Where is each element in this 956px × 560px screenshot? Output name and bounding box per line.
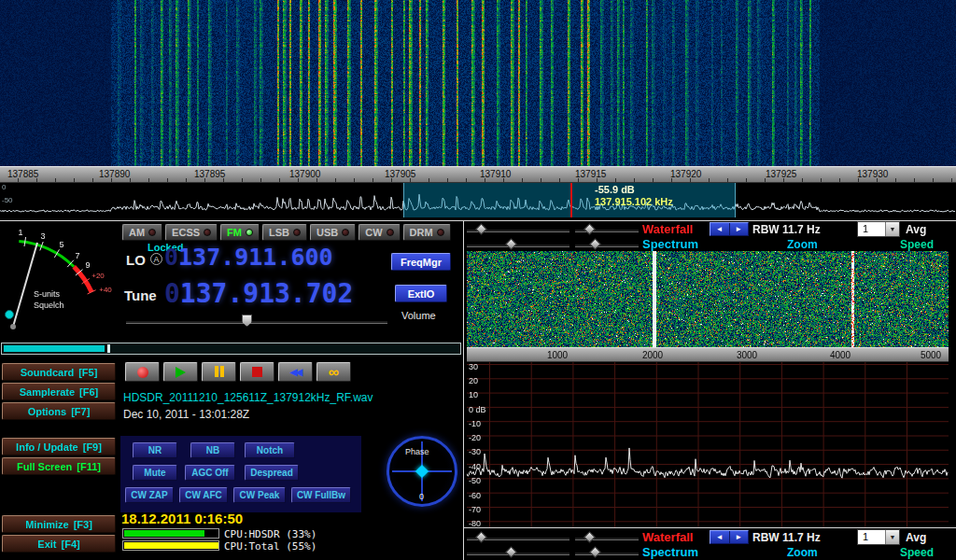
db-scale-label: 30 — [469, 362, 478, 371]
main-frequency-scale[interactable]: 137885 137890 137895 137900 137905 13791… — [0, 166, 956, 183]
avg-slider-handle[interactable] — [589, 238, 601, 250]
volume-slider-handle[interactable] — [242, 315, 252, 327]
nr-button[interactable]: NR — [133, 442, 177, 458]
af-gain-slider[interactable] — [1, 343, 461, 355]
info-update-button[interactable]: Info / Update[F9] — [2, 438, 116, 455]
speed-slider-2-handle[interactable] — [505, 546, 517, 558]
band-arrows-2[interactable]: ◄► — [710, 530, 749, 544]
cpu-hdsdr-text: CPU:HDSDR (33%) — [224, 528, 316, 540]
pause-button[interactable] — [202, 362, 236, 382]
cw-zap-button[interactable]: CW ZAP — [125, 487, 174, 503]
s-meter-scale-label: 7 — [75, 251, 79, 260]
phase-label: Phase — [405, 447, 429, 456]
speed-slider-2[interactable] — [467, 552, 569, 555]
audio-frequency-scale[interactable]: 1000 2000 3000 4000 5000 — [467, 347, 949, 362]
mode-label: USB — [316, 227, 338, 238]
chevron-down-icon[interactable]: ▼ — [885, 530, 899, 544]
avg-slider[interactable] — [575, 244, 639, 247]
tune-frequency-readout: 137.915.102 kHz — [595, 196, 673, 208]
chevron-down-icon[interactable]: ▼ — [885, 222, 899, 236]
nb-button[interactable]: NB — [190, 442, 235, 458]
zoom-select-value: 1 — [863, 531, 868, 542]
audio-freq-label: 1000 — [547, 350, 568, 360]
lo-frequency-display[interactable]: 0137.911.600 — [164, 244, 333, 271]
right-arrow-icon[interactable]: ► — [730, 223, 749, 235]
left-arrow-icon[interactable]: ◄ — [710, 223, 730, 235]
play-button[interactable] — [163, 362, 198, 382]
mode-label: AM — [129, 227, 145, 238]
db-axis-label: -50 — [2, 196, 13, 204]
speed-slider[interactable] — [467, 244, 569, 247]
brightness-slider-2-handle[interactable] — [475, 531, 487, 543]
lo-leading-zero: 0 — [164, 244, 178, 271]
tune-frequency-display[interactable]: 0137.913.702 — [164, 278, 353, 309]
audio-freq-label: 2000 — [642, 350, 663, 360]
notch-button[interactable]: Notch — [245, 442, 295, 458]
mode-label: DRM — [410, 227, 433, 238]
left-arrow-icon[interactable]: ◄ — [710, 531, 730, 543]
audio-freq-label: 5000 — [921, 350, 941, 360]
rewind-button[interactable]: ◀◀ — [278, 362, 313, 382]
waterfall-toggle-label[interactable]: Waterfall — [642, 222, 693, 236]
mode-drm-button[interactable]: DRM — [403, 224, 451, 241]
lo-a-badge-icon[interactable]: A — [150, 253, 162, 265]
cw-afc-button[interactable]: CW AFC — [179, 487, 228, 503]
signal-readout: -55.9 dB 137.915.102 kHz — [595, 184, 673, 208]
soundcard-button[interactable]: Soundcard[F5] — [2, 363, 116, 381]
exit-button[interactable]: Exit[F4] — [2, 535, 116, 553]
contrast-slider-2-handle[interactable] — [583, 531, 596, 543]
button-key: [F7] — [71, 406, 90, 417]
button-label: Exit — [37, 539, 56, 550]
stop-button[interactable] — [240, 362, 274, 382]
fullscreen-button[interactable]: Full Screen[F11] — [2, 457, 116, 475]
mode-fm-button[interactable]: FM — [220, 224, 260, 241]
audio-spectrum-display[interactable] — [467, 362, 949, 527]
record-button[interactable] — [125, 362, 160, 382]
squelch-handle[interactable] — [6, 311, 14, 319]
volume-label: Volume — [401, 310, 436, 321]
despread-button[interactable]: Despread — [245, 465, 299, 481]
af-gain-fill — [4, 345, 105, 352]
spectrum-toggle-label[interactable]: Spectrum — [642, 237, 698, 251]
samplerate-button[interactable]: Samplerate[F6] — [2, 383, 116, 400]
contrast-slider-handle[interactable] — [583, 223, 596, 235]
right-arrow-icon[interactable]: ► — [730, 531, 749, 543]
tune-marker[interactable] — [570, 183, 572, 217]
audio-waterfall-display[interactable] — [467, 251, 949, 347]
zoom-select[interactable]: 1 ▼ — [857, 221, 900, 237]
brightness-slider-handle[interactable] — [475, 223, 487, 235]
freqmgr-button[interactable]: FreqMgr — [391, 253, 451, 271]
rbw-label-2: RBW 11.7 Hz — [752, 531, 821, 544]
band-arrows[interactable]: ◄► — [710, 222, 749, 236]
main-waterfall-display[interactable] — [0, 0, 956, 166]
mode-cw-button[interactable]: CW — [358, 224, 400, 241]
panel-vertical-divider — [463, 220, 464, 560]
loop-button[interactable]: ∞ — [316, 362, 351, 382]
passband-overlay[interactable] — [403, 183, 736, 217]
cw-peak-button[interactable]: CW Peak — [233, 487, 286, 503]
zoom-select-2[interactable]: 1 ▼ — [857, 529, 900, 545]
options-button[interactable]: Options[F7] — [2, 402, 116, 420]
mute-button[interactable]: Mute — [133, 465, 177, 481]
main-spectrum-strip[interactable]: 0 -50 -55.9 dB 137.915.102 kHz — [0, 183, 956, 217]
avg-slider-2-handle[interactable] — [589, 546, 601, 558]
avg-slider-2[interactable] — [575, 552, 639, 555]
s-meter-scale-label: 9 — [85, 260, 90, 270]
mode-ecss-button[interactable]: ECSS — [165, 224, 218, 241]
spectrum-toggle-label-2[interactable]: Spectrum — [642, 545, 698, 559]
audio-freq-label: 4000 — [830, 350, 851, 360]
mode-led — [246, 229, 253, 236]
agc-button[interactable]: AGC Off — [185, 465, 235, 481]
mode-label: FM — [227, 227, 242, 238]
mode-am-button[interactable]: AM — [122, 224, 162, 241]
af-gain-handle[interactable] — [107, 344, 110, 353]
waterfall-toggle-label-2[interactable]: Waterfall — [642, 530, 693, 544]
extio-button[interactable]: ExtIO — [395, 285, 447, 302]
pause-icon — [214, 364, 225, 381]
mode-usb-button[interactable]: USB — [310, 224, 356, 241]
minimize-button[interactable]: Minimize[F3] — [2, 515, 116, 533]
cw-fullbw-button[interactable]: CW FullBw — [291, 487, 351, 503]
volume-slider[interactable] — [126, 320, 387, 324]
speed-slider-handle[interactable] — [505, 238, 517, 250]
mode-lsb-button[interactable]: LSB — [262, 224, 307, 241]
